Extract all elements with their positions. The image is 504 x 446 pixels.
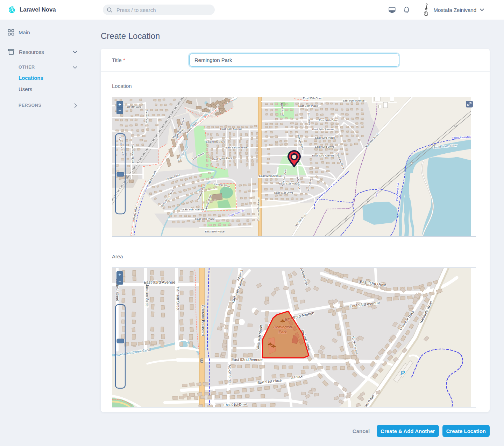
svg-text:East 91st Avenue: East 91st Avenue (183, 208, 205, 211)
svg-text:East 89th Place: East 89th Place (205, 230, 225, 233)
svg-text:East 94th Avenue: East 94th Avenue (312, 128, 334, 131)
svg-text:East 93rd Place: East 93rd Place (315, 136, 335, 139)
svg-text:East 90th Place: East 90th Place (195, 217, 215, 221)
svg-text:East 94th Drive: East 94th Drive (319, 119, 338, 122)
svg-text:East 94th Drive: East 94th Drive (206, 140, 225, 144)
svg-text:+: + (118, 102, 121, 107)
svg-text:−: − (118, 108, 121, 113)
svg-text:East 94th Avenue: East 94th Avenue (220, 127, 242, 131)
svg-text:Jackson Street: Jackson Street (145, 284, 149, 307)
svg-text:P: P (401, 370, 405, 376)
svg-text:East 93rd Avenue: East 93rd Avenue (225, 146, 248, 149)
svg-text:East 92nd Avenue: East 92nd Avenue (259, 174, 282, 177)
svg-text:East 95th Avenue: East 95th Avenue (343, 99, 365, 102)
svg-text:Harrison Street: Harrison Street (176, 287, 180, 310)
svg-text:Albion Street: Albion Street (228, 364, 232, 385)
svg-text:East 93rd Drive: East 93rd Drive (315, 145, 334, 148)
svg-text:Palo Verde Street: Palo Verde Street (132, 144, 134, 163)
svg-text:East 92nd Avenue: East 92nd Avenue (231, 357, 262, 362)
svg-text:East 95th Court: East 95th Court (303, 97, 322, 100)
svg-text:East 94th Place: East 94th Place (298, 104, 318, 107)
svg-text:−: − (118, 278, 121, 284)
svg-text:Steele Drive: Steele Drive (145, 110, 148, 123)
svg-text:East 91st Drive: East 91st Drive (274, 191, 293, 194)
svg-text:ast 95th Lane: ast 95th Lane (127, 106, 142, 108)
svg-text:East 93rd Avenue: East 93rd Avenue (312, 154, 334, 157)
svg-text:East 93rd Avenue: East 93rd Avenue (144, 280, 176, 284)
svg-text:Colorado Boulevard: Colorado Boulevard (201, 305, 205, 336)
svg-text:+: + (118, 272, 121, 278)
svg-text:Colorado Boulevard: Colorado Boulevard (257, 198, 260, 221)
